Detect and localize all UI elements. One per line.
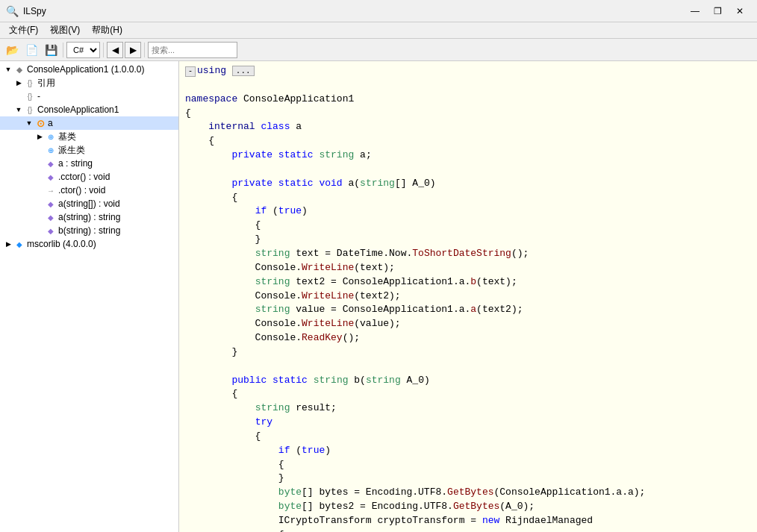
tree-node-namespace[interactable]: ▼ {} ConsoleApplication1 xyxy=(0,103,178,116)
open-button[interactable]: 📂 xyxy=(3,41,21,59)
code-line-brace3: { xyxy=(185,191,751,205)
tree-label-refs: 引用 xyxy=(37,77,55,90)
tree-panel: ▼ ◆ ConsoleApplication1 (1.0.0.0) ▶ {} 引… xyxy=(0,61,179,532)
tree-node-method-b[interactable]: ◆ b(string) : string xyxy=(0,224,178,237)
code-line-result: string result; xyxy=(185,401,751,416)
class-icon-a: ⊙ xyxy=(34,117,46,129)
tree-label-derived: 派生类 xyxy=(58,144,85,157)
code-line-brace2: { xyxy=(185,134,751,148)
code-line-method-b-sig: public static string b(string A_0) xyxy=(185,374,751,388)
code-line-brace6: } xyxy=(185,345,751,360)
code-line-brace7: { xyxy=(185,387,751,401)
code-line-try: try xyxy=(185,416,751,430)
close-button[interactable]: ✕ xyxy=(729,0,751,22)
code-line-writeline1: Console.WriteLine(text); xyxy=(185,261,751,275)
code-line-bytes: byte[] bytes = Encoding.UTF8.GetBytes(Co… xyxy=(185,486,751,500)
tree-node-class-a[interactable]: ▼ ⊙ a xyxy=(0,116,178,130)
derived-icon: ⊕ xyxy=(45,144,57,156)
tree-label-mscorlib: mscorlib (4.0.0.0) xyxy=(27,239,96,249)
menu-help[interactable]: 帮助(H) xyxy=(86,22,128,38)
code-line-brace8: { xyxy=(185,430,751,444)
toolbar: 📂 📄 💾 C# VB IL ◀ ▶ xyxy=(0,39,757,61)
code-line-brace5: } xyxy=(185,233,751,247)
code-line-field: private static string a; xyxy=(185,148,751,163)
toggle-namespace[interactable]: ▼ xyxy=(13,106,24,113)
code-line-brace4: { xyxy=(185,219,751,233)
toggle-baseclasses[interactable]: ▶ xyxy=(34,133,45,140)
back-button[interactable]: ◀ xyxy=(107,42,123,58)
code-line-using: -using ... xyxy=(185,64,751,78)
tree-node-cctor[interactable]: ◆ .cctor() : void xyxy=(0,170,178,184)
maximize-button[interactable]: ❐ xyxy=(706,0,729,22)
language-select[interactable]: C# VB IL xyxy=(66,42,100,58)
minimize-button[interactable]: — xyxy=(684,0,706,22)
method-b-icon: ◆ xyxy=(45,225,57,237)
forward-button[interactable]: ▶ xyxy=(125,42,141,58)
save-button[interactable]: 💾 xyxy=(42,41,60,59)
toolbar-separator-2 xyxy=(103,43,104,57)
code-line-brace1: { xyxy=(185,107,751,121)
menu-view[interactable]: 视图(V) xyxy=(44,22,86,38)
menu-file[interactable]: 文件(F) xyxy=(3,22,44,38)
tree-label-empty: - xyxy=(37,91,40,101)
toggle-class-a[interactable]: ▼ xyxy=(24,119,34,127)
tree-node-field-a[interactable]: ◆ a : string xyxy=(0,157,178,170)
code-line-brace9: { xyxy=(185,458,751,472)
cctor-icon: ◆ xyxy=(45,171,57,183)
code-line-namespace: namespace ConsoleApplication1 xyxy=(185,93,751,107)
baseclass-icon: ⊕ xyxy=(45,131,57,143)
tree-label-class-a: a xyxy=(48,118,53,128)
code-line-text1: string text = DateTime.Now.ToShortDateSt… xyxy=(185,247,751,261)
tree-node-method-a-arr[interactable]: ◆ a(string[]) : void xyxy=(0,197,178,210)
search-input[interactable] xyxy=(148,42,237,58)
code-line-blank1 xyxy=(185,78,751,93)
tree-node-derived[interactable]: ⊕ 派生类 xyxy=(0,143,178,157)
code-line-text2: string text2 = ConsoleApplication1.a.b(t… xyxy=(185,275,751,290)
tree-label-ctor: .ctor() : void xyxy=(58,185,105,195)
tree-node-refs[interactable]: ▶ {} 引用 xyxy=(0,76,178,90)
code-line-class: internal class a xyxy=(185,120,751,134)
tree-label-method-b: b(string) : string xyxy=(58,225,120,236)
code-line-brace11: { xyxy=(185,528,751,532)
field-icon-a: ◆ xyxy=(45,157,57,169)
tree-label-method-a-str: a(string) : string xyxy=(58,212,120,222)
code-line-bytes2: byte[] bytes2 = Encoding.UTF8.GetBytes(A… xyxy=(185,500,751,514)
toolbar-separator-3 xyxy=(144,43,145,57)
method-a-arr-icon: ◆ xyxy=(45,198,57,210)
code-line-blank2 xyxy=(185,163,751,177)
main-area: ▼ ◆ ConsoleApplication1 (1.0.0.0) ▶ {} 引… xyxy=(0,61,757,532)
namespace-icon-empty: {} xyxy=(24,90,36,102)
code-line-writeline3: Console.WriteLine(value); xyxy=(185,317,751,331)
tree-node-mscorlib[interactable]: ▶ ◆ mscorlib (4.0.0.0) xyxy=(0,237,178,251)
mscorlib-icon: ◆ xyxy=(13,238,25,250)
tree-node-empty[interactable]: {} - xyxy=(0,90,178,103)
method-a-str-icon: ◆ xyxy=(45,211,57,223)
using-collapsed-block[interactable]: ... xyxy=(232,66,255,76)
tree-label-cctor: .cctor() : void xyxy=(58,172,110,182)
tree-label-field-a: a : string xyxy=(58,158,93,169)
menubar: 文件(F) 视图(V) 帮助(H) xyxy=(0,22,757,39)
tree-node-method-a-str[interactable]: ◆ a(string) : string xyxy=(0,210,178,224)
tree-node-baseclasses[interactable]: ▶ ⊕ 基类 xyxy=(0,130,178,143)
code-line-method-sig: private static void a(string[] A_0) xyxy=(185,177,751,191)
code-panel[interactable]: -using ... namespace ConsoleApplication1… xyxy=(179,61,757,532)
toggle-consoleapp[interactable]: ▼ xyxy=(3,66,13,73)
tree-node-ctor[interactable]: → .ctor() : void xyxy=(0,184,178,197)
toggle-mscorlib[interactable]: ▶ xyxy=(3,240,13,248)
toggle-refs[interactable]: ▶ xyxy=(13,79,24,87)
tree-label-method-a-arr: a(string[]) : void xyxy=(58,198,120,209)
toolbar-separator-1 xyxy=(63,43,63,57)
collapse-using-btn[interactable]: - xyxy=(185,66,196,77)
namespace-icon-refs: {} xyxy=(24,77,36,89)
tree-node-consoleapp[interactable]: ▼ ◆ ConsoleApplication1 (1.0.0.0) xyxy=(0,63,178,76)
ctor-icon: → xyxy=(45,184,57,196)
code-line-cryptotransform: ICryptoTransform cryptoTransform = new R… xyxy=(185,514,751,528)
code-line-if1: if (true) xyxy=(185,204,751,219)
assembly-icon: ◆ xyxy=(13,63,25,75)
new-button[interactable]: 📄 xyxy=(22,41,40,59)
tree-label-baseclasses: 基类 xyxy=(58,131,76,143)
titlebar: 🔍 ILSpy — ❐ ✕ xyxy=(0,0,757,22)
tree-label-consoleapp: ConsoleApplication1 (1.0.0.0) xyxy=(27,64,144,75)
app-icon: 🔍 xyxy=(6,5,19,17)
code-line-brace10: } xyxy=(185,472,751,486)
